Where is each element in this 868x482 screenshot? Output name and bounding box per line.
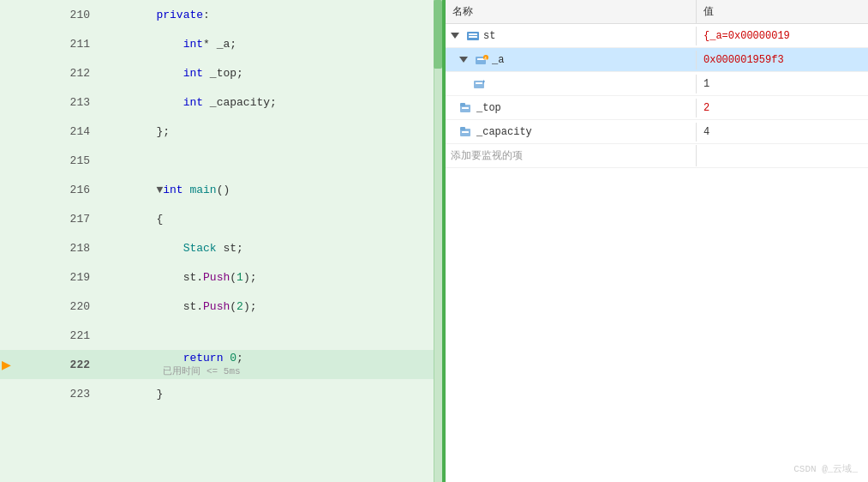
- watch-name-top: _top: [476, 102, 501, 114]
- watermark: CSDN @_云域_: [793, 462, 858, 475]
- watch-row-name-st: st: [446, 27, 697, 45]
- line-number-217: 217: [70, 213, 90, 226]
- line-number-212: 212: [70, 67, 90, 80]
- watch-value-a-val: 1: [697, 75, 868, 93]
- watch-value-st: {_a=0x00000019: [697, 27, 868, 45]
- watch-value-a: 0x000001959f3: [697, 51, 868, 69]
- scrollbar[interactable]: [434, 0, 442, 482]
- watch-row-a-val[interactable]: 1: [446, 72, 868, 96]
- svg-rect-4: [477, 58, 484, 60]
- execution-arrow-icon: ▶: [2, 355, 11, 374]
- line-number-221: 221: [70, 329, 90, 342]
- watch-value-capacity: 4: [697, 123, 868, 142]
- code-area: 210 private: 211 int* _a; 212 int _top;: [0, 0, 442, 482]
- add-watch-value: [697, 153, 868, 160]
- line-number-215: 215: [70, 154, 90, 167]
- watch-col-value-header: 值: [697, 0, 868, 23]
- triangle-down-icon: [451, 33, 459, 39]
- add-watch-label[interactable]: 添加要监视的项: [446, 145, 697, 166]
- code-content-214: };: [99, 112, 442, 151]
- line-gutter-221: 221: [0, 329, 99, 342]
- line-gutter-223: 223: [0, 388, 99, 401]
- watch-name-st: st: [483, 30, 495, 42]
- line-number-219: 219: [70, 271, 90, 284]
- value-icon: [473, 78, 487, 90]
- line-number-220: 220: [70, 300, 90, 313]
- line-number-216: 216: [70, 184, 90, 196]
- svg-rect-11: [462, 107, 469, 109]
- line-number-222: 222: [70, 358, 90, 371]
- line-gutter-213: 213: [0, 96, 99, 109]
- line-number-213: 213: [70, 96, 90, 109]
- code-line-214: 214 };: [0, 117, 442, 146]
- line-gutter-219: 219: [0, 271, 99, 284]
- struct-icon: [466, 30, 480, 42]
- line-number-214: 214: [70, 125, 90, 138]
- line-number-211: 211: [70, 38, 90, 51]
- line-gutter-217: 217: [0, 213, 99, 226]
- code-line-223: 223 }: [0, 379, 442, 408]
- line-gutter-215: 215: [0, 154, 99, 167]
- line-gutter-216: 216: [0, 184, 99, 196]
- svg-rect-1: [469, 33, 477, 35]
- svg-rect-14: [462, 131, 469, 133]
- svg-rect-2: [469, 36, 477, 38]
- code-content-223: }: [99, 375, 442, 413]
- line-number-223: 223: [70, 388, 90, 401]
- pointer-icon: &: [475, 54, 488, 66]
- line-number-218: 218: [70, 242, 90, 255]
- watch-row-st[interactable]: st {_a=0x00000019: [446, 24, 868, 48]
- code-editor-panel: 210 private: 211 int* _a; 212 int _top;: [0, 0, 446, 482]
- triangle-down-icon-a: [459, 57, 468, 63]
- code-line-220: 220 st.Push(2);: [0, 292, 442, 321]
- watch-row-name-a-val: [446, 75, 697, 93]
- add-watch-row[interactable]: 添加要监视的项: [446, 144, 868, 168]
- line-gutter-211: 211: [0, 38, 99, 51]
- line-number-210: 210: [70, 9, 90, 21]
- code-content-220: st.Push(2);: [99, 287, 442, 326]
- field-icon-top: [459, 102, 473, 114]
- watch-row-name-capacity: _capacity: [446, 123, 697, 142]
- watch-panel: 名称 值 st {_a=0x00000019: [446, 0, 868, 482]
- watch-header: 名称 值: [446, 0, 868, 24]
- watch-rows: st {_a=0x00000019 & _a 0x000001959f3: [446, 24, 868, 482]
- line-gutter-214: 214: [0, 125, 99, 138]
- watch-row-name-top: _top: [446, 99, 697, 117]
- watch-row-a[interactable]: & _a 0x000001959f3: [446, 48, 868, 72]
- watch-row-name-a: & _a: [446, 51, 697, 69]
- watch-col-name-header: 名称: [446, 0, 697, 23]
- line-gutter-212: 212: [0, 67, 99, 80]
- svg-rect-8: [476, 82, 482, 84]
- field-icon-capacity: [459, 126, 473, 138]
- watch-name-a: _a: [492, 54, 504, 66]
- svg-rect-10: [460, 103, 465, 106]
- scroll-thumb[interactable]: [434, 0, 442, 69]
- watch-name-capacity: _capacity: [476, 126, 532, 138]
- line-gutter-222: ▶ 222: [0, 358, 99, 371]
- line-gutter-220: 220: [0, 300, 99, 313]
- svg-rect-13: [460, 127, 465, 130]
- line-gutter-210: 210: [0, 9, 99, 21]
- watch-row-top[interactable]: _top 2: [446, 96, 868, 120]
- line-gutter-218: 218: [0, 242, 99, 255]
- svg-rect-7: [474, 81, 484, 88]
- watch-value-top: 2: [697, 99, 868, 117]
- watch-row-capacity[interactable]: _capacity 4: [446, 120, 868, 144]
